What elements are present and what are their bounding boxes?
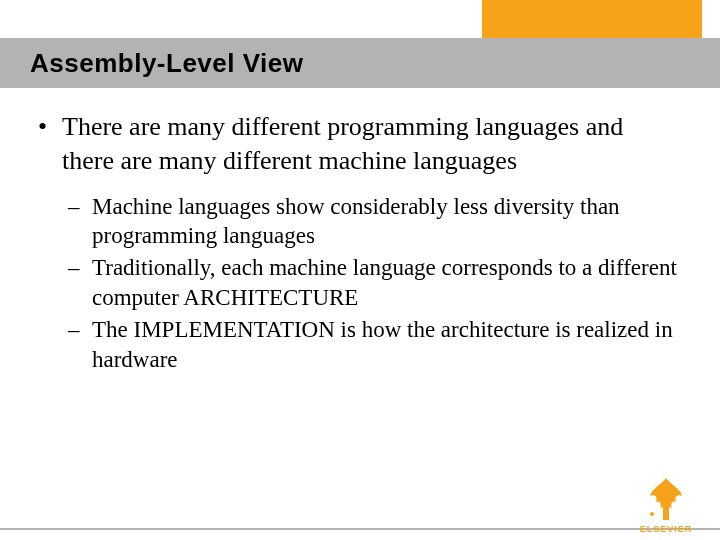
bullet-main: There are many different programming lan… — [32, 110, 680, 375]
footer-divider — [0, 528, 720, 530]
svg-point-1 — [650, 512, 654, 516]
title-bar: Assembly-Level View — [0, 38, 720, 88]
slide-title: Assembly-Level View — [30, 48, 304, 79]
bullet-main-text: There are many different programming lan… — [62, 112, 623, 175]
subbullet-3: The IMPLEMENTATION is how the architectu… — [68, 315, 680, 375]
publisher-logo: ELSEVIER — [630, 476, 702, 534]
slide-content: There are many different programming lan… — [32, 110, 680, 377]
publisher-name: ELSEVIER — [630, 524, 702, 534]
tree-icon — [642, 476, 690, 522]
accent-bar — [482, 0, 702, 38]
subbullet-2: Traditionally, each machine language cor… — [68, 253, 680, 313]
svg-rect-0 — [663, 506, 669, 520]
subbullet-1: Machine languages show considerably less… — [68, 192, 680, 252]
